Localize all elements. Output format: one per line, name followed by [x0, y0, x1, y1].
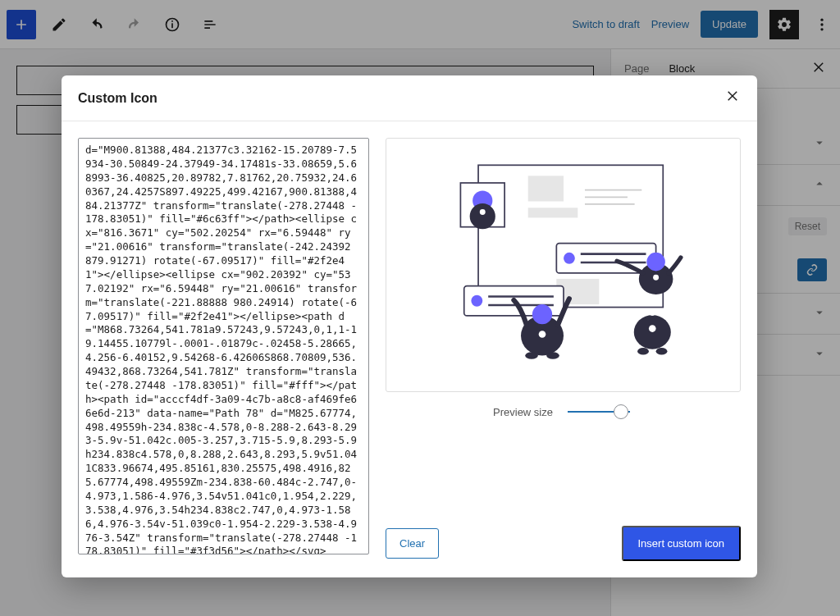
insert-custom-icon-button[interactable]: Insert custom icon [622, 526, 742, 561]
preview-size-slider[interactable] [568, 404, 633, 420]
svg-point-22 [471, 295, 482, 307]
svg-point-15 [479, 209, 485, 215]
svg-point-38 [648, 326, 655, 333]
modal-title: Custom Icon [78, 91, 158, 106]
icon-preview [386, 138, 741, 392]
svg-point-28 [525, 353, 538, 360]
svg-code-input[interactable] [78, 138, 369, 554]
svg-point-32 [653, 275, 659, 281]
svg-point-17 [564, 253, 575, 264]
svg-point-36 [637, 348, 649, 355]
svg-rect-7 [527, 176, 563, 202]
clear-button[interactable]: Clear [386, 528, 439, 559]
svg-point-27 [538, 331, 546, 339]
svg-point-37 [655, 348, 667, 355]
custom-icon-modal: Custom Icon [62, 75, 757, 577]
svg-point-26 [532, 305, 551, 325]
preview-size-label: Preview size [493, 406, 553, 418]
svg-point-31 [646, 253, 665, 271]
svg-point-29 [546, 353, 559, 360]
close-icon [726, 89, 741, 103]
svg-point-14 [469, 204, 495, 230]
modal-close-button[interactable] [726, 89, 741, 107]
svg-rect-8 [527, 208, 578, 218]
